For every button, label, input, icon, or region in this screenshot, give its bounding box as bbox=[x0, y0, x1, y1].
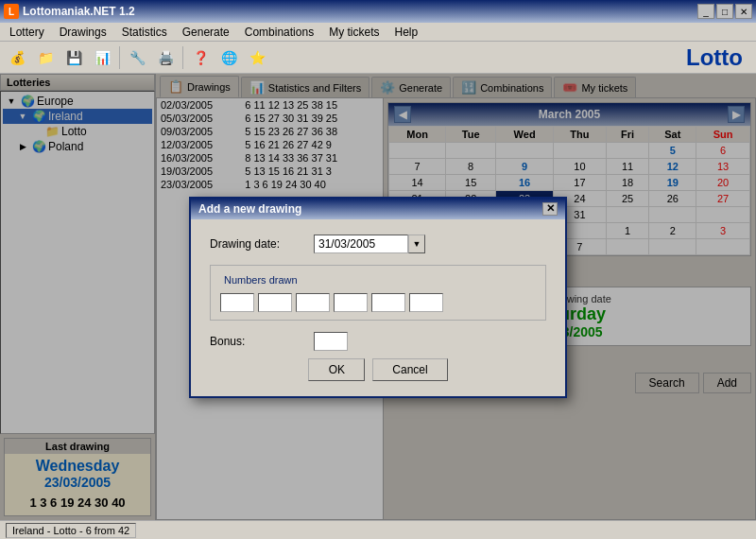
modal-title: Add a new drawing bbox=[198, 202, 301, 216]
menu-generate[interactable]: Generate bbox=[175, 24, 237, 41]
number-input-5[interactable] bbox=[371, 293, 405, 312]
toolbar-btn-5[interactable]: 🔧 bbox=[124, 44, 150, 71]
modal-title-bar: Add a new drawing ✕ bbox=[191, 199, 565, 219]
modal-cancel-button[interactable]: Cancel bbox=[372, 358, 447, 381]
number-input-4[interactable] bbox=[334, 293, 368, 312]
toolbar-btn-star[interactable]: ⭐ bbox=[244, 44, 270, 71]
numbers-legend: Numbers drawn bbox=[220, 274, 301, 286]
modal-buttons: OK Cancel bbox=[210, 358, 546, 381]
title-bar-buttons: _ □ ✕ bbox=[697, 4, 752, 19]
modal-overlay: Add a new drawing ✕ Drawing date: ▼ Numb… bbox=[0, 74, 756, 520]
drawing-date-label: Drawing date: bbox=[210, 237, 314, 251]
toolbar-btn-1[interactable]: 💰 bbox=[4, 44, 30, 71]
number-inputs bbox=[220, 293, 536, 312]
numbers-group: Numbers drawn bbox=[210, 265, 546, 321]
lotto-title: Lotto bbox=[686, 44, 743, 71]
minimize-button[interactable]: _ bbox=[697, 4, 714, 19]
toolbar-btn-globe[interactable]: 🌐 bbox=[215, 44, 242, 71]
number-input-2[interactable] bbox=[258, 293, 292, 312]
menu-help[interactable]: Help bbox=[387, 24, 425, 41]
menu-mytickets[interactable]: My tickets bbox=[321, 24, 387, 41]
number-input-3[interactable] bbox=[296, 293, 330, 312]
toolbar-btn-4[interactable]: 📊 bbox=[89, 44, 115, 71]
toolbar: 💰 📁 💾 📊 🔧 🖨️ ❓ 🌐 ⭐ Lotto bbox=[0, 42, 756, 74]
maximize-button[interactable]: □ bbox=[716, 4, 733, 19]
toolbar-btn-2[interactable]: 📁 bbox=[32, 44, 59, 71]
menu-bar: Lottery Drawings Statistics Generate Com… bbox=[0, 23, 756, 42]
drawing-date-input[interactable] bbox=[314, 235, 408, 253]
status-text: Ireland - Lotto - 6 from 42 bbox=[6, 523, 136, 538]
toolbar-sep-1 bbox=[119, 46, 120, 69]
app-title: Lottomaniak.NET 1.2 bbox=[23, 5, 697, 18]
menu-combinations[interactable]: Combinations bbox=[237, 24, 321, 41]
toolbar-btn-3[interactable]: 💾 bbox=[60, 44, 87, 71]
toolbar-btn-6[interactable]: 🖨️ bbox=[152, 44, 179, 71]
modal-close-button[interactable]: ✕ bbox=[542, 202, 558, 216]
toolbar-btn-help[interactable]: ❓ bbox=[187, 44, 214, 71]
bonus-input[interactable] bbox=[314, 332, 348, 351]
menu-drawings[interactable]: Drawings bbox=[52, 24, 114, 41]
number-input-6[interactable] bbox=[409, 293, 443, 312]
modal-ok-button[interactable]: OK bbox=[308, 358, 365, 381]
title-bar: L Lottomaniak.NET 1.2 _ □ ✕ bbox=[0, 0, 756, 23]
menu-statistics[interactable]: Statistics bbox=[114, 24, 175, 41]
app-icon: L bbox=[4, 4, 19, 19]
date-dropdown-button[interactable]: ▼ bbox=[408, 235, 425, 253]
bonus-label: Bonus: bbox=[210, 335, 314, 348]
menu-lottery[interactable]: Lottery bbox=[2, 24, 52, 41]
status-bar: Ireland - Lotto - 6 from 42 bbox=[0, 520, 756, 539]
toolbar-sep-2 bbox=[182, 46, 183, 69]
close-button[interactable]: ✕ bbox=[735, 4, 752, 19]
modal-body: Drawing date: ▼ Numbers drawn bbox=[191, 219, 565, 396]
number-input-1[interactable] bbox=[220, 293, 254, 312]
drawing-date-row: Drawing date: ▼ bbox=[210, 235, 546, 253]
bonus-row: Bonus: bbox=[210, 332, 546, 351]
add-drawing-modal: Add a new drawing ✕ Drawing date: ▼ Numb… bbox=[189, 197, 567, 398]
